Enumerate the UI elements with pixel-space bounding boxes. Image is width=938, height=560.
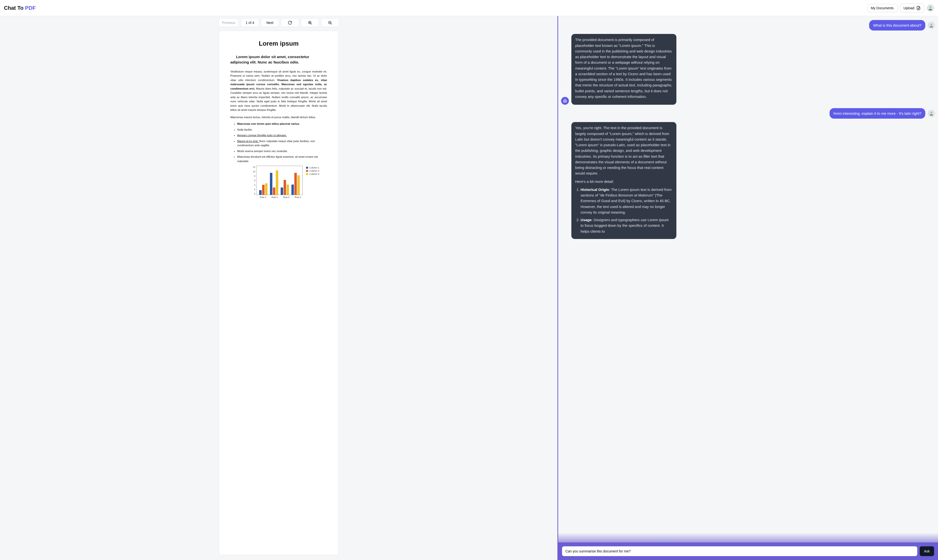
- next-page-button[interactable]: Next: [261, 18, 279, 27]
- brand: Chat To PDF: [4, 5, 35, 11]
- upload-file-icon: [916, 6, 921, 10]
- user-avatar: [928, 22, 935, 29]
- user-icon: [928, 5, 933, 11]
- chart-y-axis: 121086420: [253, 166, 256, 195]
- list-item: Mauris id ex erat. Nunc vulputate neque …: [237, 139, 327, 148]
- svg-point-11: [564, 101, 565, 101]
- svg-point-12: [565, 101, 566, 101]
- brand-part1: Chat To: [4, 5, 23, 11]
- bot-icon: [563, 98, 567, 103]
- svg-point-9: [931, 24, 932, 25]
- page-scroll[interactable]: Lorem ipsum Lorem ipsum dolor sit amet, …: [0, 29, 557, 560]
- chat-message-user: What is this document about?: [561, 20, 935, 31]
- upload-label: Upload: [904, 6, 914, 10]
- svg-line-5: [311, 23, 312, 25]
- zoom-in-icon: [308, 20, 312, 25]
- brand-part2: PDF: [25, 5, 35, 11]
- zoom-out-button[interactable]: [321, 18, 339, 27]
- profile-avatar[interactable]: [927, 5, 934, 12]
- page-indicator: 1 of 4: [241, 18, 259, 27]
- chart-plot: [256, 166, 302, 195]
- user-avatar: [928, 110, 935, 117]
- user-icon: [929, 23, 934, 28]
- bot-list-item: Usage: Designers and typographers use Lo…: [581, 217, 673, 234]
- user-icon: [929, 111, 934, 116]
- doc-paragraph-2: Maecenas mauris lectus, lobortis et puru…: [230, 115, 327, 120]
- doc-paragraph-1: Vestibulum neque massa, scelerisque sit …: [230, 69, 327, 112]
- my-documents-label: My Documents: [871, 6, 893, 10]
- pdf-toolbar: Previous 1 of 4 Next: [218, 16, 339, 29]
- chat-input-bar: Ask: [558, 542, 938, 560]
- previous-page-button[interactable]: Previous: [218, 18, 239, 27]
- chat-scroll[interactable]: What is this document about? The provide…: [558, 16, 938, 560]
- chat-message-bot: The provided document is primarily compo…: [561, 34, 935, 105]
- upload-button[interactable]: Upload: [900, 4, 924, 12]
- bot-bubble: Yes, you're right. The text in the provi…: [571, 122, 676, 239]
- list-item: Maecenas tincidunt est efficitur ligula …: [237, 155, 327, 163]
- bot-bubble: The provided document is primarily compo…: [571, 34, 676, 105]
- doc-heading: Lorem ipsum dolor sit amet, consectetur …: [230, 54, 327, 65]
- doc-title: Lorem ipsum: [230, 40, 327, 47]
- zoom-out-icon: [328, 20, 332, 25]
- refresh-button[interactable]: [281, 18, 299, 27]
- svg-rect-10: [563, 100, 566, 102]
- chat-input[interactable]: [562, 546, 917, 556]
- svg-point-14: [565, 99, 565, 100]
- pdf-page: Lorem ipsum Lorem ipsum dolor sit amet, …: [219, 31, 339, 555]
- zoom-in-button[interactable]: [301, 18, 319, 27]
- svg-line-8: [331, 23, 332, 25]
- doc-bullet-list: Maecenas non lorem quis tellus placerat …: [230, 122, 327, 163]
- list-item: Morbi viverra semper lorem nec molestie.: [237, 149, 327, 154]
- chat-message-user: hmm interesting, explain it to me more -…: [561, 108, 935, 118]
- chart-legend: Column 1Column 2Column 3: [306, 166, 319, 176]
- document-panel: Previous 1 of 4 Next: [0, 16, 558, 560]
- svg-point-1: [929, 6, 931, 8]
- doc-chart: 121086420 Row 1Row 2Row 3Row 4 Column 1C…: [245, 166, 327, 198]
- list-item: Aenean congue fringilla justo ut aliquam…: [237, 133, 327, 138]
- ask-button[interactable]: Ask: [919, 546, 934, 556]
- list-item: Maecenas non lorem quis tellus placerat …: [237, 122, 327, 126]
- user-bubble: hmm interesting, explain it to me more -…: [830, 108, 925, 118]
- header-actions: My Documents Upload: [867, 4, 934, 12]
- my-documents-button[interactable]: My Documents: [867, 4, 897, 12]
- user-bubble: What is this document about?: [869, 20, 925, 31]
- bot-list-item: Historical Origin: The Lorem ipsum text …: [581, 187, 673, 215]
- refresh-icon: [288, 20, 292, 25]
- chat-message-bot: Yes, you're right. The text in the provi…: [561, 122, 935, 239]
- header: Chat To PDF My Documents Upload: [0, 0, 938, 16]
- bot-avatar: [561, 97, 569, 105]
- list-item: Nulla facilisi.: [237, 128, 327, 132]
- chart-x-axis: Row 1Row 2Row 3Row 4: [257, 196, 304, 198]
- chat-panel: What is this document about? The provide…: [558, 16, 938, 560]
- svg-point-15: [931, 112, 932, 114]
